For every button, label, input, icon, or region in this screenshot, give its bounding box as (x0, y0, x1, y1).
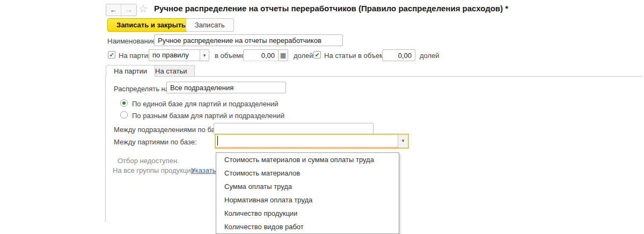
shares-label: долей (294, 52, 313, 60)
forward-button[interactable]: → (121, 4, 136, 16)
base-dropdown-list: Стоимость материалов и сумма оплаты труд… (216, 152, 399, 234)
list-item[interactable]: Нормативная оплата труда (216, 193, 399, 207)
radio-single-base[interactable] (120, 99, 128, 107)
between-departments-input[interactable] (214, 123, 374, 135)
articles-volume-input[interactable] (382, 49, 415, 61)
between-batches-value[interactable] (216, 135, 398, 148)
distribute-input[interactable] (166, 82, 286, 93)
back-button[interactable]: ← (106, 4, 121, 16)
on-articles-checkbox[interactable]: ✔ (313, 51, 321, 58)
between-batches-label: Между партиями по базе: (114, 138, 197, 146)
between-departments-label: Между подразделениями по базе: (114, 126, 224, 134)
filter-unavailable-text: Отбор недоступен. (118, 157, 179, 165)
nav-history-group: ← → (106, 4, 137, 16)
name-input[interactable] (154, 34, 343, 46)
on-batches-label: На партии (119, 52, 152, 60)
shares-label-2: долей (420, 52, 440, 60)
list-item[interactable]: Стоимость материалов и сумма оплаты труд… (216, 153, 399, 166)
form-window: ← → ☆ Ручное распределение на отчеты пер… (0, 0, 644, 234)
on-batches-checkbox[interactable]: ✔ (108, 51, 115, 58)
list-item[interactable]: Количество видов работ (216, 220, 399, 233)
in-volume-label: в объеме (215, 52, 245, 60)
batches-volume-input[interactable] (243, 49, 279, 61)
save-and-close-button[interactable]: Записать и закрыть (107, 18, 195, 32)
tab-on-batches[interactable]: На партии (106, 65, 155, 77)
specify-link[interactable]: Указать (191, 166, 216, 174)
on-articles-label: На статьи в объеме (324, 52, 388, 60)
distribute-label: Распределять на: (114, 85, 171, 93)
page-title: Ручное распределение на отчеты переработ… (154, 4, 508, 13)
favorite-star-icon[interactable]: ☆ (138, 2, 148, 15)
forward-arrow-icon: → (125, 5, 133, 14)
between-batches-input[interactable]: ▾ (215, 134, 409, 149)
check-icon: ✔ (109, 52, 114, 58)
radio-single-base-label: По единой базе для партий и подразделени… (132, 100, 279, 108)
rule-select-value: по правилу (149, 50, 200, 61)
name-label: Наименование: (107, 37, 158, 45)
text-caret (217, 136, 218, 145)
list-item[interactable]: Количество продукции (216, 207, 399, 220)
save-button[interactable]: Записать (186, 18, 234, 32)
product-groups-text: На все группы продукции (113, 166, 195, 174)
radio-dot (122, 101, 126, 105)
back-arrow-icon: ← (110, 5, 118, 14)
radio-different-bases-label: По разным базам для партий и подразделен… (132, 112, 284, 120)
chevron-down-icon[interactable]: ▾ (200, 50, 209, 61)
chevron-down-icon[interactable]: ▾ (398, 135, 408, 148)
check-icon: ✔ (314, 52, 319, 58)
radio-different-bases[interactable] (120, 111, 128, 119)
list-item[interactable]: Стоимость материалов (216, 166, 399, 180)
list-item[interactable]: Сумма оплаты труда (216, 180, 399, 193)
rule-select[interactable]: по правилу ▾ (149, 49, 209, 61)
calculator-icon[interactable]: ▦ (279, 49, 288, 61)
